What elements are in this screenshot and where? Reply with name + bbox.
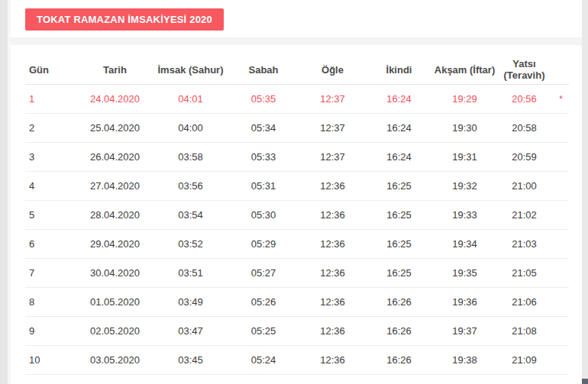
cell-sabah: 05:29 xyxy=(228,230,299,259)
cell-tarih: 01.05.2020 xyxy=(76,288,153,317)
cell-sabah: 05:26 xyxy=(228,288,299,317)
table-row: 629.04.202003:5205:2912:3616:2519:3421:0… xyxy=(25,230,569,259)
column-header-note xyxy=(551,55,569,85)
column-header-imsak: İmsak (Sahur) xyxy=(153,55,228,85)
cell-note xyxy=(551,201,569,230)
cell-gun: 7 xyxy=(25,259,76,288)
cell-yatsi: 21:08 xyxy=(497,317,551,346)
column-header-yatsi: Yatsı (Teravih) xyxy=(497,55,551,85)
cell-sabah: 05:31 xyxy=(228,172,299,201)
cell-imsak: 04:00 xyxy=(153,114,228,143)
cell-ikindi: 16:26 xyxy=(366,288,432,317)
cell-tarih: 02.05.2020 xyxy=(76,317,153,346)
cell-imsak: 03:58 xyxy=(153,143,228,172)
cell-sabah: 05:33 xyxy=(228,143,299,172)
cell-aksam: 19:37 xyxy=(432,317,497,346)
bottom-right-corner-element xyxy=(582,379,588,384)
page-right-gutter xyxy=(582,0,588,384)
cell-ikindi: 16:24 xyxy=(366,85,432,114)
cell-sabah: 05:34 xyxy=(228,114,299,143)
cell-yatsi: 21:06 xyxy=(497,288,551,317)
imsakiye-table: Gün Tarih İmsak (Sahur) Sabah Öğle İkind… xyxy=(25,55,569,375)
table-row: 528.04.202003:5405:3012:3616:2519:3321:0… xyxy=(25,201,569,230)
cell-gun: 8 xyxy=(25,288,76,317)
cell-ikindi: 16:24 xyxy=(366,114,432,143)
cell-gun: 4 xyxy=(25,172,76,201)
cell-note xyxy=(551,143,569,172)
imsakiye-title-button[interactable]: TOKAT RAMAZAN İMSAKİYESİ 2020 xyxy=(25,8,224,31)
cell-ogle: 12:36 xyxy=(299,288,366,317)
table-row: 124.04.202004:0105:3512:3716:2419:2920:5… xyxy=(25,85,569,114)
cell-note: * xyxy=(551,85,569,114)
cell-gun: 5 xyxy=(25,201,76,230)
cell-note xyxy=(551,114,569,143)
cell-imsak: 03:54 xyxy=(153,201,228,230)
cell-yatsi: 20:59 xyxy=(497,143,551,172)
cell-ogle: 12:37 xyxy=(299,143,366,172)
cell-ogle: 12:36 xyxy=(299,230,366,259)
cell-tarih: 26.04.2020 xyxy=(76,143,153,172)
cell-imsak: 03:56 xyxy=(153,172,228,201)
cell-yatsi: 21:09 xyxy=(497,346,551,375)
cell-sabah: 05:25 xyxy=(228,317,299,346)
cell-note xyxy=(551,259,569,288)
cell-gun: 9 xyxy=(25,317,76,346)
cell-sabah: 05:24 xyxy=(228,346,299,375)
column-header-ogle: Öğle xyxy=(299,55,366,85)
cell-ogle: 12:36 xyxy=(299,172,366,201)
cell-yatsi: 21:02 xyxy=(497,201,551,230)
table-header-row: Gün Tarih İmsak (Sahur) Sabah Öğle İkind… xyxy=(25,55,569,85)
cell-ogle: 12:36 xyxy=(299,317,366,346)
cell-imsak: 03:45 xyxy=(153,346,228,375)
cell-gun: 3 xyxy=(25,143,76,172)
cell-gun: 10 xyxy=(25,346,76,375)
cell-ikindi: 16:25 xyxy=(366,230,432,259)
cell-aksam: 19:33 xyxy=(432,201,497,230)
cell-aksam: 19:31 xyxy=(432,143,497,172)
cell-tarih: 28.04.2020 xyxy=(76,201,153,230)
cell-tarih: 24.04.2020 xyxy=(76,85,153,114)
cell-aksam: 19:29 xyxy=(432,85,497,114)
cell-ogle: 12:37 xyxy=(299,114,366,143)
column-header-sabah: Sabah xyxy=(228,55,299,85)
cell-aksam: 19:30 xyxy=(432,114,497,143)
table-row: 225.04.202004:0005:3412:3716:2419:3020:5… xyxy=(25,114,569,143)
cell-imsak: 03:47 xyxy=(153,317,228,346)
column-header-gun: Gün xyxy=(25,55,76,85)
cell-ikindi: 16:26 xyxy=(366,317,432,346)
cell-note xyxy=(551,230,569,259)
cell-sabah: 05:30 xyxy=(228,201,299,230)
cell-aksam: 19:32 xyxy=(432,172,497,201)
cell-sabah: 05:35 xyxy=(228,85,299,114)
cell-aksam: 19:36 xyxy=(432,288,497,317)
section-divider xyxy=(11,37,582,45)
cell-ogle: 12:36 xyxy=(299,259,366,288)
cell-ikindi: 16:25 xyxy=(366,259,432,288)
cell-note xyxy=(551,317,569,346)
table-row: 801.05.202003:4905:2612:3616:2619:3621:0… xyxy=(25,288,569,317)
column-header-ikindi: İkindi xyxy=(366,55,432,85)
table-row: 326.04.202003:5805:3312:3716:2419:3120:5… xyxy=(25,143,569,172)
cell-imsak: 03:52 xyxy=(153,230,228,259)
table-row: 902.05.202003:4705:2512:3616:2619:3721:0… xyxy=(25,317,569,346)
cell-yatsi: 21:00 xyxy=(497,172,551,201)
cell-yatsi: 20:56 xyxy=(497,85,551,114)
cell-ikindi: 16:26 xyxy=(366,346,432,375)
cell-ikindi: 16:25 xyxy=(366,201,432,230)
cell-ogle: 12:36 xyxy=(299,201,366,230)
cell-ogle: 12:36 xyxy=(299,346,366,375)
column-header-tarih: Tarih xyxy=(76,55,153,85)
page-left-gutter-edge xyxy=(8,0,11,384)
cell-ikindi: 16:25 xyxy=(366,172,432,201)
cell-ogle: 12:37 xyxy=(299,85,366,114)
cell-imsak: 04:01 xyxy=(153,85,228,114)
cell-yatsi: 21:03 xyxy=(497,230,551,259)
cell-sabah: 05:27 xyxy=(228,259,299,288)
cell-aksam: 19:34 xyxy=(432,230,497,259)
cell-yatsi: 21:05 xyxy=(497,259,551,288)
cell-note xyxy=(551,288,569,317)
cell-tarih: 03.05.2020 xyxy=(76,346,153,375)
table-row: 427.04.202003:5605:3112:3616:2519:3221:0… xyxy=(25,172,569,201)
cell-ikindi: 16:24 xyxy=(366,143,432,172)
cell-imsak: 03:49 xyxy=(153,288,228,317)
